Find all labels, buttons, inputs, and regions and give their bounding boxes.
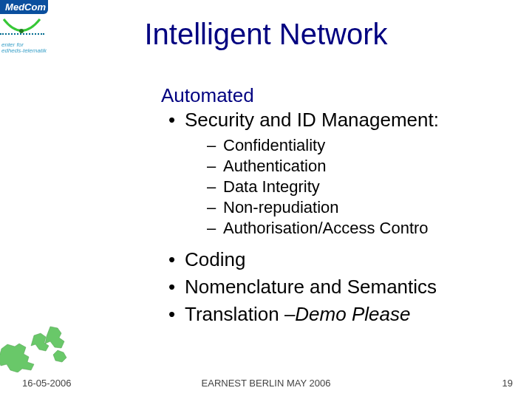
security-sublist: – Confidentiality – Authentication – Dat… [207,136,508,238]
sub-bullet-text: Authentication [223,157,326,176]
bullet-translation-prefix: Translation – [185,303,295,325]
bullet-dot-icon: • [168,109,185,132]
bullet-security: • Security and ID Management: [168,109,508,132]
sub-bullet-text: Non-repudiation [223,198,339,217]
dash-icon: – [207,198,223,217]
decorative-map-icon [0,321,74,372]
bottom-bullets: • Coding • Nomenclature and Semantics • … [161,248,508,326]
sub-bullet-text: Confidentiality [223,136,325,155]
bullet-text: Security and ID Management: [185,109,439,132]
slide-body: Automated • Security and ID Management: … [161,84,508,330]
sub-bullet-text: Data Integrity [223,177,320,197]
sub-bullet: – Confidentiality [207,136,508,155]
sub-bullet: – Authentication [207,157,508,176]
footer-page-number: 19 [502,378,513,389]
bullet-dot-icon: • [168,248,185,271]
dash-icon: – [207,177,223,197]
bullet-dot-icon: • [168,303,185,326]
slide-title: Intelligent Network [0,18,532,51]
dash-icon: – [207,157,223,176]
dash-icon: – [207,136,223,155]
bullet-nomenclature: • Nomenclature and Semantics [168,276,508,299]
logo-brand: MedCom [0,0,48,14]
footer-center: EARNEST BERLIN MAY 2006 [0,378,532,389]
bullet-translation: • Translation –Demo Please [168,303,508,326]
bullet-text: Coding [185,248,245,271]
bullet-text: Translation –Demo Please [185,303,410,326]
sub-bullet: – Non-repudiation [207,198,508,217]
dash-icon: – [207,219,223,238]
bullet-translation-demo: Demo Please [295,303,410,325]
sub-bullet-text: Authorisation/Access Contro [223,219,429,238]
sub-bullet: – Authorisation/Access Contro [207,219,508,238]
bullet-text: Nomenclature and Semantics [185,276,437,299]
bullet-coding: • Coding [168,248,508,271]
subheading: Automated [161,84,508,107]
sub-bullet: – Data Integrity [207,177,508,197]
bullet-dot-icon: • [168,276,185,299]
